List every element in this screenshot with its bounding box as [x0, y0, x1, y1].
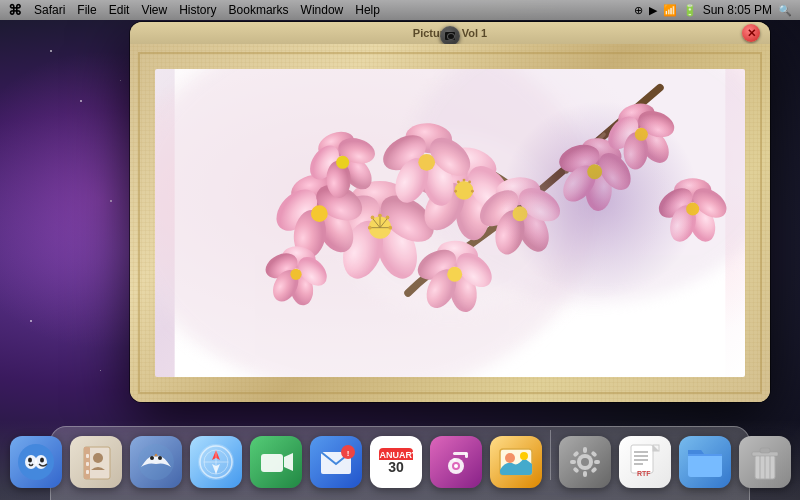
- dock-item-trash[interactable]: [737, 434, 793, 490]
- battery-icon: 🔋: [683, 4, 697, 17]
- svg-text:30: 30: [388, 459, 404, 475]
- close-button[interactable]: ✕: [742, 24, 760, 42]
- svg-point-126: [520, 452, 528, 460]
- dock-item-mail[interactable]: !: [308, 434, 364, 490]
- edit-menu[interactable]: Edit: [109, 3, 130, 17]
- eagle-icon-svg: [136, 442, 176, 482]
- finder-dock-icon: [10, 436, 62, 488]
- volume-icon: ▶: [649, 4, 657, 17]
- textedit-dock-icon: RTF: [619, 436, 671, 488]
- photo-content: [155, 69, 745, 377]
- dock-items: ! JANUARY 30: [8, 430, 793, 496]
- iphoto-icon-svg: [496, 442, 536, 482]
- svg-point-96: [93, 453, 103, 463]
- help-menu[interactable]: Help: [355, 3, 380, 17]
- dock-item-eagle[interactable]: [128, 434, 184, 490]
- folder-dock-icon: [679, 436, 731, 488]
- itunes-icon-svg: [436, 442, 476, 482]
- dock-item-safari[interactable]: [188, 434, 244, 490]
- dock-item-facetime[interactable]: [248, 434, 304, 490]
- svg-point-120: [454, 464, 458, 468]
- svg-rect-135: [590, 450, 597, 457]
- svg-point-129: [581, 458, 589, 466]
- safari-icon-svg: [196, 442, 236, 482]
- dock-item-folder[interactable]: [677, 434, 733, 490]
- spotlight-icon[interactable]: 🔍: [778, 4, 792, 17]
- mail-dock-icon: !: [310, 436, 362, 488]
- textedit-icon-svg: RTF: [625, 442, 665, 482]
- window-menu[interactable]: Window: [301, 3, 344, 17]
- svg-rect-122: [465, 452, 468, 458]
- svg-rect-95: [86, 470, 89, 474]
- svg-rect-137: [590, 466, 597, 473]
- eagle-dock-icon: [130, 436, 182, 488]
- svg-point-84: [338, 130, 562, 317]
- calendar-dock-icon: JANUARY 30: [370, 436, 422, 488]
- svg-rect-130: [583, 447, 587, 453]
- svg-text:!: !: [346, 449, 349, 458]
- dock: ! JANUARY 30: [0, 420, 800, 500]
- cherry-blossom-image: [155, 69, 745, 377]
- camera-button[interactable]: [440, 26, 460, 46]
- svg-rect-133: [594, 460, 600, 464]
- trash-icon-svg: [745, 442, 785, 482]
- svg-rect-107: [261, 454, 283, 472]
- dock-item-iphoto[interactable]: [488, 434, 544, 490]
- svg-rect-131: [583, 471, 587, 477]
- sysprefs-dock-icon: [559, 436, 611, 488]
- menubar-left: ⌘ Safari File Edit View History Bookmark…: [8, 2, 380, 18]
- camera-icon: [445, 32, 455, 40]
- dock-item-finder[interactable]: [8, 434, 64, 490]
- svg-rect-136: [572, 466, 579, 473]
- svg-rect-134: [572, 450, 579, 457]
- svg-point-98: [150, 456, 154, 460]
- svg-point-99: [158, 456, 162, 460]
- trash-dock-icon: [739, 436, 791, 488]
- svg-point-83: [686, 202, 699, 215]
- svg-point-127: [505, 453, 515, 463]
- svg-point-77: [290, 269, 301, 280]
- history-menu[interactable]: History: [179, 3, 216, 17]
- view-menu[interactable]: View: [141, 3, 167, 17]
- svg-point-53: [587, 164, 602, 179]
- safari-menu[interactable]: Safari: [34, 3, 65, 17]
- svg-marker-108: [284, 453, 293, 471]
- clock: Sun 8:05 PM: [703, 3, 772, 17]
- svg-rect-138: [631, 445, 653, 473]
- iphoto-dock-icon: [490, 436, 542, 488]
- svg-rect-94: [86, 462, 89, 466]
- svg-point-71: [336, 156, 349, 169]
- addressbook-dock-icon: [70, 436, 122, 488]
- safari-dock-icon: [190, 436, 242, 488]
- menubar-right: ⊕ ▶ 📶 🔋 Sun 8:05 PM 🔍: [634, 3, 792, 17]
- folder-icon-svg: [685, 442, 725, 482]
- file-menu[interactable]: File: [77, 3, 96, 17]
- itunes-dock-icon: [430, 436, 482, 488]
- svg-rect-93: [86, 454, 89, 458]
- dock-item-addressbook[interactable]: [68, 434, 124, 490]
- menubar: ⌘ Safari File Edit View History Bookmark…: [0, 0, 800, 20]
- dock-separator: [550, 430, 551, 480]
- svg-point-59: [635, 128, 648, 141]
- dock-item-sysprefs[interactable]: [557, 434, 613, 490]
- bookmarks-menu[interactable]: Bookmarks: [229, 3, 289, 17]
- photo-frame: [130, 44, 770, 402]
- facetime-dock-icon: [250, 436, 302, 488]
- sysprefs-icon-svg: [565, 442, 605, 482]
- dock-item-calendar[interactable]: JANUARY 30: [368, 434, 424, 490]
- svg-rect-132: [570, 460, 576, 464]
- svg-point-88: [28, 458, 32, 463]
- window-titlebar: Picturize Vol 1 ✕: [130, 22, 770, 44]
- finder-icon-svg: [16, 442, 56, 482]
- svg-text:RTF: RTF: [637, 470, 651, 477]
- svg-point-35: [311, 205, 328, 222]
- apple-menu[interactable]: ⌘: [8, 2, 22, 18]
- dock-item-itunes[interactable]: [428, 434, 484, 490]
- svg-rect-123: [453, 458, 456, 461]
- wifi-icon: 📶: [663, 4, 677, 17]
- calendar-icon-svg: JANUARY 30: [376, 442, 416, 482]
- svg-point-89: [40, 458, 44, 463]
- mail-icon-svg: !: [316, 442, 356, 482]
- facetime-icon-svg: [256, 442, 296, 482]
- dock-item-textedit[interactable]: RTF: [617, 434, 673, 490]
